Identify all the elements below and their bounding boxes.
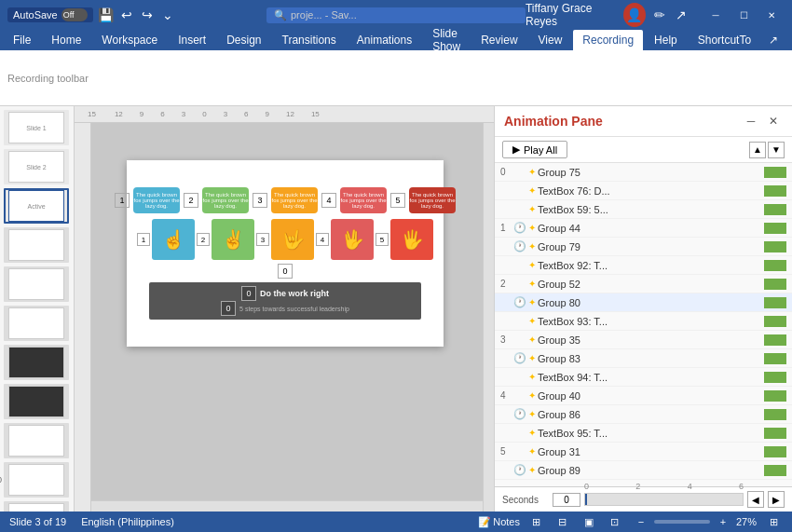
save-icon[interactable]: 💾 (99, 7, 114, 22)
canvas-scrollbar-vertical[interactable] (483, 123, 494, 512)
anim-item-group83[interactable]: 🕐 ✦ Group 83 (495, 349, 792, 368)
anim-bar-group31 (764, 446, 786, 457)
slide-thumbnail-6[interactable]: 6 (4, 306, 69, 341)
tab-shortcut[interactable]: ShortcutTo (689, 30, 760, 50)
tab-review[interactable]: Review (471, 30, 526, 50)
hand-1: ☝ (152, 219, 195, 260)
anim-item-group79[interactable]: 🕐 ✦ Group 79 (495, 238, 792, 256)
toolbar-placeholder: Recording toolbar (7, 73, 89, 84)
slide-thumbnail-4[interactable]: 4 (4, 227, 69, 263)
anim-item-textbox95[interactable]: ✦ TextBox 95: T... (495, 424, 792, 443)
play-all-button[interactable]: ▶ Play All (502, 141, 567, 158)
anim-item-group35[interactable]: 3 ✦ Group 35 (495, 331, 792, 349)
avatar: 👤 (623, 3, 646, 27)
anim-item-textbox93[interactable]: ✦ TextBox 93: T... (495, 312, 792, 331)
close-button[interactable]: ✕ (758, 6, 785, 24)
redo-icon[interactable]: ↪ (140, 7, 155, 22)
bubble-3: The quick brown fox jumps over the lazy … (271, 187, 318, 213)
slide-main[interactable]: 1 The quick brown fox jumps over the laz… (127, 160, 444, 347)
tab-home[interactable]: Home (42, 30, 90, 50)
slide-canvas: 1 The quick brown fox jumps over the laz… (99, 132, 481, 498)
bubble-1: The quick brown fox jumps over the lazy … (133, 187, 180, 213)
slide-thumbnail-5[interactable]: 5 (4, 266, 69, 302)
fit-to-window-button[interactable]: ⊞ (764, 512, 783, 531)
anim-item-group80[interactable]: 🕐 ✦ Group 80 (495, 293, 792, 312)
anim-bar-tb92 (764, 260, 786, 271)
slide-sorter-button[interactable]: ⊟ (553, 512, 572, 531)
anim-bar-group40 (764, 390, 786, 402)
anim-bar-group44 (764, 223, 786, 234)
autosave-toggle[interactable]: Off (61, 8, 88, 21)
tab-view[interactable]: View (529, 30, 572, 50)
timeline-input[interactable] (553, 493, 580, 507)
timeline-cursor (585, 494, 587, 505)
slide-thumbnail-3[interactable]: 3 Active (4, 188, 69, 224)
slide-thumbnail-9[interactable]: 9 (4, 423, 69, 458)
anim-item-textbox94[interactable]: ✦ TextBox 94: T... (495, 368, 792, 387)
anim-pane-minimize[interactable]: ─ (742, 112, 760, 130)
anim-bar-tb94 (764, 372, 786, 383)
slide-thumbnail-8[interactable]: 8 (4, 384, 69, 419)
zoom-slider[interactable] (654, 520, 710, 524)
tab-help[interactable]: Help (645, 30, 687, 50)
timeline-prev[interactable]: ◀ (747, 491, 764, 508)
anim-item-group40[interactable]: 4 ✦ Group 40 (495, 387, 792, 405)
star-icon: ✦ (528, 316, 536, 326)
anim-pane-close[interactable]: ✕ (764, 112, 783, 130)
slide-thumbnail-11[interactable]: 11 (4, 501, 69, 512)
anim-item-textbox59[interactable]: ✦ TextBox 59: 5... (495, 200, 792, 219)
anim-item-textbox92[interactable]: ✦ TextBox 92: T... (495, 256, 792, 275)
anim-bar-group79 (764, 241, 786, 252)
reading-view-button[interactable]: ▣ (580, 512, 598, 531)
tab-insert[interactable]: Insert (169, 30, 215, 50)
zoom-in-button[interactable]: + (714, 512, 732, 531)
slideshow-button[interactable]: ⊡ (606, 512, 624, 531)
slide-thumbnail-2[interactable]: 2 Slide 2 (4, 149, 69, 184)
star-icon: ✦ (528, 446, 536, 457)
star-icon: ✦ (528, 204, 536, 214)
hand-label-1: 1 (137, 233, 150, 246)
bubble-2: The quick brown fox jumps over the lazy … (202, 187, 249, 213)
canvas-scrollbar-horizontal[interactable] (91, 500, 483, 512)
tab-slideshow[interactable]: Slide Show (423, 30, 470, 50)
tab-recording[interactable]: Recording (573, 30, 643, 50)
anim-bar-group83 (764, 353, 786, 364)
maximize-button[interactable]: ☐ (731, 6, 757, 24)
comments-button[interactable]: 💬 (788, 32, 792, 48)
timeline-next[interactable]: ▶ (768, 491, 785, 508)
hand-label-4: 4 (316, 233, 329, 246)
tab-file[interactable]: File (4, 30, 40, 50)
anim-scroll-up[interactable]: ▲ (749, 142, 766, 158)
pen-icon[interactable]: ✏ (653, 7, 667, 22)
status-notes[interactable]: 📝 Notes (478, 516, 520, 528)
timeline-label: Seconds (502, 495, 549, 505)
tab-workspace[interactable]: Workspace (92, 30, 167, 50)
share-button[interactable]: ↗ (762, 32, 785, 48)
share-icon[interactable]: ↗ (674, 7, 688, 22)
anim-item-group44[interactable]: 1 🕐 ✦ Group 44 (495, 219, 792, 238)
footer-sub: 5 steps towards successful leadership (239, 306, 349, 312)
tab-design[interactable]: Design (217, 30, 270, 50)
more-icon[interactable]: ⌄ (160, 7, 175, 22)
minimize-button[interactable]: ─ (703, 6, 729, 24)
search-box[interactable]: 🔍 proje... - Sav... (266, 7, 526, 23)
anim-item-textbox76[interactable]: ✦ TextBox 76: D... (495, 182, 792, 200)
undo-icon[interactable]: ↩ (119, 7, 134, 22)
anim-item-group89[interactable]: 🕐 ✦ Group 89 (495, 461, 792, 480)
anim-item-group52[interactable]: 2 ✦ Group 52 (495, 275, 792, 293)
anim-item-group31[interactable]: 5 ✦ Group 31 (495, 443, 792, 461)
anim-item-group75[interactable]: 0 ✦ Group 75 (495, 163, 792, 182)
star-icon: ✦ (528, 390, 536, 401)
slide-thumbnail-1[interactable]: 1 Slide 1 (4, 110, 69, 145)
anim-scroll-down[interactable]: ▼ (768, 142, 785, 158)
slide-thumbnail-10[interactable]: 10 (4, 462, 69, 498)
tab-transitions[interactable]: Transitions (273, 30, 346, 50)
slide-thumbnail-7[interactable]: 7 (4, 345, 69, 380)
normal-view-button[interactable]: ⊞ (527, 512, 546, 531)
star-icon: ✦ (528, 185, 536, 196)
anim-item-group86[interactable]: 🕐 ✦ Group 86 (495, 405, 792, 424)
tab-animations[interactable]: Animations (348, 30, 421, 50)
autosave-badge: AutoSave Off (7, 7, 93, 22)
hand-4: 🖖 (331, 219, 374, 260)
zoom-out-button[interactable]: − (632, 512, 650, 531)
